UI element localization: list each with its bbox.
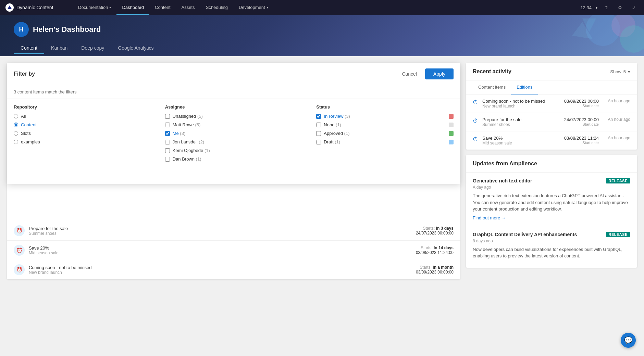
filter-assignee-kemi[interactable]: Kemi Ojogbede (1) [165, 148, 302, 153]
activity-time-ago-1: An hour ago [603, 117, 630, 122]
update-title-1: GraphQL Content Delivery API enhancement… [473, 232, 577, 237]
chat-icon: 💬 [624, 336, 633, 344]
activity-date-col-2: 03/08/2023 11:24 Start date [551, 136, 599, 145]
updates-card: Updates from Amplience Generative rich t… [466, 155, 637, 268]
nav-dashboard[interactable]: Dashboard [116, 0, 149, 15]
filter-assignee-unassigned[interactable]: Unassigned (5) [165, 114, 302, 119]
activity-clock-icon-2: ⏱ [473, 136, 478, 142]
cancel-button[interactable]: Cancel [398, 69, 421, 79]
filter-spacer [7, 170, 460, 184]
activity-time-ago-0: An hour ago [603, 99, 630, 103]
time-chevron-icon[interactable]: ▾ [596, 6, 597, 10]
activity-clock-icon-0: ⏱ [473, 99, 478, 105]
tab-content[interactable]: Content [14, 42, 44, 54]
nav-scheduling[interactable]: Scheduling [200, 0, 233, 15]
tab-deep-copy[interactable]: Deep copy [74, 42, 111, 54]
filter-assignee-me[interactable]: Me (3) [165, 131, 302, 136]
header-area: H Helen's Dashboard Content Kanban Deep … [0, 15, 644, 56]
activity-item-2: ⏱ Save 20% Mid season sale 03/08/2023 11… [466, 131, 637, 150]
nav-development[interactable]: Development ▾ [233, 0, 274, 15]
tab-content-items[interactable]: Content items [473, 80, 511, 94]
filter-status-draft[interactable]: Draft (1) [316, 139, 454, 144]
content-item-subtitle-2: New brand launch [29, 270, 416, 275]
find-out-more-0[interactable]: Find out more → [473, 215, 630, 220]
recent-activity-title: Recent activity [473, 68, 511, 75]
filter-col-status: Status In Review (3) None (1) [309, 99, 460, 170]
update-header-1: GraphQL Content Delivery API enhancement… [473, 232, 630, 237]
nav-content[interactable]: Content [149, 0, 176, 15]
clock-icon: ⏰ [14, 225, 25, 236]
settings-button[interactable]: ⚙ [615, 3, 625, 12]
top-nav: Dynamic Content Documentation ▾ Dashboar… [0, 0, 644, 15]
activity-date-col-0: 03/09/2023 00:00 Start date [551, 99, 599, 108]
activity-info-2: Save 20% Mid season sale [482, 136, 547, 145]
activity-item-0: ⏱ Coming soon - not to be missed New bra… [466, 94, 637, 113]
content-item-title-2: Coming soon - not to be missed [29, 265, 416, 270]
update-header-0: Generative rich text editor RELEASE [473, 178, 630, 183]
clock-icon-1: ⏰ [14, 245, 25, 256]
clock-icon-2: ⏰ [14, 264, 25, 275]
draft-color [449, 140, 454, 144]
filter-status-approved[interactable]: Approved (1) [316, 131, 454, 136]
left-panel: Assigned content Show 5 ▾ 6 items Reposi… [7, 63, 460, 349]
filter-status-in-review[interactable]: In Review (3) [316, 114, 454, 119]
filter-assignee-jon[interactable]: Jon Lansdell (2) [165, 139, 302, 144]
filter-assignee-matt-rowe[interactable]: Matt Rowe (5) [165, 122, 302, 127]
filter-assignee-dan[interactable]: Dan Brown (1) [165, 156, 302, 162]
expand-button[interactable]: ⤢ [629, 3, 639, 12]
brand-logo-icon [5, 3, 14, 12]
filter-match-text: 3 content items match the filters [7, 85, 460, 99]
nav-assets[interactable]: Assets [176, 0, 200, 15]
filter-repo-examples[interactable]: examples [14, 139, 151, 144]
recent-activity-show-select[interactable]: Show 5 ▾ [610, 69, 630, 74]
content-item-info-0: Prepare for the sale Summer shoes [29, 226, 416, 236]
release-badge-0: RELEASE [606, 178, 630, 183]
assigned-content-card: Assigned content Show 5 ▾ 6 items Reposi… [7, 63, 460, 279]
filter-repo-slots[interactable]: Slots [14, 131, 151, 136]
activity-date-0: 03/09/2023 00:00 [551, 99, 599, 104]
recent-activity-header: Recent activity Show 5 ▾ [466, 63, 637, 80]
activity-tabs: Content items Editions [466, 80, 637, 94]
activity-subtitle-1: Summer shoes [482, 122, 547, 127]
release-badge-1: RELEASE [606, 232, 630, 237]
filter-panel-title: Filter by [14, 71, 35, 77]
activity-title-2: Save 20% [482, 136, 547, 141]
filter-repo-content[interactable]: Content [14, 122, 151, 127]
tab-kanban[interactable]: Kanban [44, 42, 74, 54]
activity-items-list: ⏱ Coming soon - not to be missed New bra… [466, 94, 637, 150]
activity-info-0: Coming soon - not to be missed New brand… [482, 99, 547, 109]
update-age-0: A day ago [473, 185, 630, 190]
starts-2: Starts: In a month [416, 265, 454, 270]
filter-status-none[interactable]: None (1) [316, 122, 454, 127]
nav-documentation[interactable]: Documentation ▾ [73, 0, 116, 15]
nav-brand[interactable]: Dynamic Content [5, 3, 67, 12]
none-color [449, 123, 454, 127]
filter-repo-all[interactable]: All [14, 114, 151, 119]
content-item-0: ⏰ Prepare for the sale Summer shoes Star… [7, 221, 460, 241]
help-button[interactable]: ? [602, 3, 611, 12]
activity-clock-icon-1: ⏱ [473, 118, 478, 124]
chevron-down-icon: ▾ [109, 5, 111, 9]
activity-subtitle-0: New brand launch [482, 104, 547, 109]
tab-editions[interactable]: Editions [511, 80, 538, 94]
content-item-info-2: Coming soon - not to be missed New brand… [29, 265, 416, 275]
nav-items: Documentation ▾ Dashboard Content Assets… [73, 0, 580, 15]
content-item-meta-1: Starts: In 14 days 03/08/2023 11:24:00 [416, 245, 454, 255]
chevron-down-icon: ▾ [267, 5, 268, 9]
activity-item-1: ⏱ Prepare for the sale Summer shoes 24/0… [466, 113, 637, 131]
content-item-meta-2: Starts: In a month 03/09/2023 00:00:00 [416, 265, 454, 275]
activity-date-label-0: Start date [551, 104, 599, 108]
content-item-subtitle-1: Mid season sale [29, 251, 416, 255]
updates-list: Generative rich text editor RELEASE A da… [466, 173, 637, 268]
brand-name: Dynamic Content [16, 5, 53, 10]
activity-info-1: Prepare for the sale Summer shoes [482, 117, 547, 127]
tab-google-analytics[interactable]: Google Analytics [111, 42, 160, 54]
content-item-1: ⏰ Save 20% Mid season sale Starts: In 14… [7, 241, 460, 260]
activity-title-1: Prepare for the sale [482, 117, 547, 122]
chat-button[interactable]: 💬 [621, 333, 636, 348]
apply-button[interactable]: Apply [425, 68, 454, 79]
filter-actions: Cancel Apply [398, 68, 454, 79]
activity-title-0: Coming soon - not to be missed [482, 99, 547, 104]
activity-subtitle-2: Mid season sale [482, 141, 547, 145]
nav-time: 12:34 [580, 5, 592, 10]
